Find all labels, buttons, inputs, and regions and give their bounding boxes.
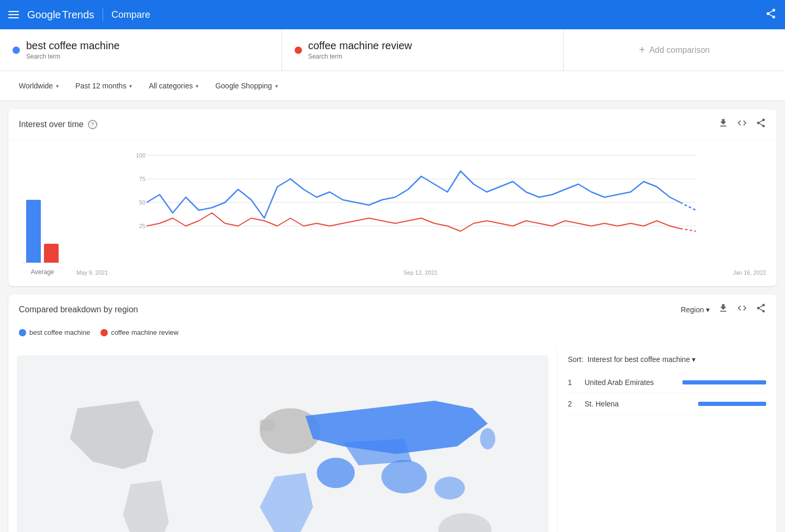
logo: Google Trends — [27, 9, 94, 21]
ranking-item-2: 2 St. Helena — [568, 393, 766, 415]
svg-text:100: 100 — [136, 152, 145, 159]
legend-label-1: best coffee machine — [29, 329, 90, 336]
header: Google Trends Compare — [0, 0, 785, 29]
svg-point-11 — [382, 460, 427, 493]
legend-item-2: coffee machine review — [100, 329, 178, 336]
svg-rect-14 — [260, 420, 275, 431]
term-2-label: coffee machine review — [308, 40, 412, 52]
chevron-down-icon-sort: ▾ — [692, 355, 696, 364]
dot-blue-1 — [13, 47, 20, 54]
svg-text:75: 75 — [139, 176, 145, 182]
x-label-1: May 9, 2021 — [76, 269, 108, 276]
avg-bar-blue — [26, 200, 41, 263]
filter-category-label: All categories — [149, 82, 193, 90]
svg-point-15 — [480, 428, 495, 449]
chart-svg: 100 75 50 25 — [76, 150, 766, 265]
rankings-section: Sort: Interest for best coffee machine ▾… — [557, 347, 777, 532]
term-2-info: coffee machine review Search term — [308, 40, 412, 60]
filter-geo[interactable]: Worldwide ▾ — [13, 77, 65, 94]
rank-name-2: St. Helena — [585, 400, 692, 408]
line-chart: 100 75 50 25 May 9, 2021 Sep 12, 2021 — [76, 150, 766, 276]
legend-label-2: coffee machine review — [111, 329, 178, 336]
sort-row: Sort: Interest for best coffee machine ▾ — [568, 355, 766, 364]
share-icon-region[interactable] — [756, 303, 766, 316]
logo-google: Google — [27, 9, 61, 21]
sort-dropdown[interactable]: Interest for best coffee machine ▾ — [588, 355, 696, 364]
chart-x-labels: May 9, 2021 Sep 12, 2021 Jan 16, 2022 — [76, 267, 766, 276]
add-comparison-label: Add comparison — [649, 46, 710, 55]
chevron-down-icon-3: ▾ — [196, 83, 198, 89]
dot-red-2 — [295, 47, 302, 54]
region-card-header: Compared breakdown by region Region ▾ — [8, 295, 777, 324]
search-term-2[interactable]: coffee machine review Search term — [282, 29, 564, 71]
avg-label: Average — [31, 268, 54, 276]
svg-point-10 — [317, 458, 355, 488]
region-controls: Region ▾ — [681, 303, 766, 316]
chevron-down-icon-2: ▾ — [129, 83, 132, 89]
plus-icon: + — [639, 44, 645, 56]
header-divider — [103, 8, 103, 21]
avg-bars — [26, 179, 59, 263]
svg-point-12 — [434, 477, 465, 500]
embed-icon-region[interactable] — [737, 303, 747, 316]
breakdown-card: Compared breakdown by region Region ▾ — [8, 295, 777, 532]
chevron-down-icon-4: ▾ — [275, 83, 278, 89]
x-label-3: Jan 16, 2022 — [733, 269, 766, 276]
legend-dot-red — [100, 329, 108, 336]
term-1-sub: Search term — [26, 53, 120, 60]
region-label: Region — [681, 305, 704, 314]
term-1-label: best coffee machine — [26, 40, 120, 52]
download-icon[interactable] — [718, 118, 728, 131]
hamburger-menu[interactable] — [8, 11, 19, 18]
chevron-down-icon: ▾ — [56, 83, 59, 89]
avg-baseline — [21, 263, 63, 263]
x-label-2: Sep 12, 2021 — [403, 269, 438, 276]
filter-type[interactable]: Google Shopping ▾ — [209, 77, 284, 94]
breakdown-title: Compared breakdown by region — [19, 305, 138, 314]
term-1-info: best coffee machine Search term — [26, 40, 120, 60]
card-title-row: Interest over time ? — [19, 120, 97, 129]
chevron-down-icon-region: ▾ — [706, 305, 710, 314]
region-select[interactable]: Region ▾ — [681, 305, 710, 314]
filter-bar: Worldwide ▾ Past 12 months ▾ All categor… — [0, 71, 785, 101]
sort-value: Interest for best coffee machine — [588, 355, 690, 364]
rank-num-1: 1 — [568, 378, 578, 387]
download-icon-region[interactable] — [718, 303, 728, 316]
share-icon[interactable] — [756, 118, 766, 131]
rank-bar-1 — [682, 380, 766, 384]
card-actions-interest — [718, 118, 766, 131]
svg-text:25: 25 — [139, 223, 145, 229]
header-left: Google Trends Compare — [8, 8, 150, 21]
filter-category[interactable]: All categories ▾ — [142, 77, 205, 94]
rank-name-1: United Arab Emirates — [585, 378, 676, 387]
embed-icon[interactable] — [737, 118, 747, 131]
filter-geo-label: Worldwide — [19, 82, 53, 90]
filter-time[interactable]: Past 12 months ▾ — [69, 77, 138, 94]
region-content: Sort: Interest for best coffee machine ▾… — [8, 347, 777, 532]
add-comparison-button[interactable]: + Add comparison — [564, 29, 785, 71]
average-section: Average — [19, 179, 66, 276]
world-map-svg — [17, 355, 548, 532]
sort-label: Sort: — [568, 355, 584, 364]
svg-text:50: 50 — [139, 199, 145, 206]
search-bar: best coffee machine Search term coffee m… — [0, 29, 785, 71]
filter-time-label: Past 12 months — [75, 82, 126, 90]
map-section — [8, 347, 557, 532]
card-title-interest: Interest over time — [19, 120, 84, 129]
rank-num-2: 2 — [568, 400, 578, 408]
logo-trends: Trends — [62, 9, 95, 21]
legend-dot-blue — [19, 329, 26, 336]
legend-row: best coffee machine coffee machine revie… — [8, 324, 777, 341]
term-2-sub: Search term — [308, 53, 412, 60]
help-icon[interactable]: ? — [88, 120, 97, 129]
share-icon-header[interactable] — [765, 8, 777, 22]
header-compare-label: Compare — [111, 9, 150, 20]
card-header-interest: Interest over time ? — [8, 109, 777, 140]
interest-over-time-card: Interest over time ? — [8, 109, 777, 286]
search-term-1[interactable]: best coffee machine Search term — [0, 29, 282, 71]
filter-type-label: Google Shopping — [215, 82, 272, 90]
legend-item-1: best coffee machine — [19, 329, 90, 336]
chart-area: Average 100 75 50 25 — [8, 140, 777, 286]
main-content: Interest over time ? — [0, 101, 785, 532]
avg-bar-red — [44, 244, 59, 263]
